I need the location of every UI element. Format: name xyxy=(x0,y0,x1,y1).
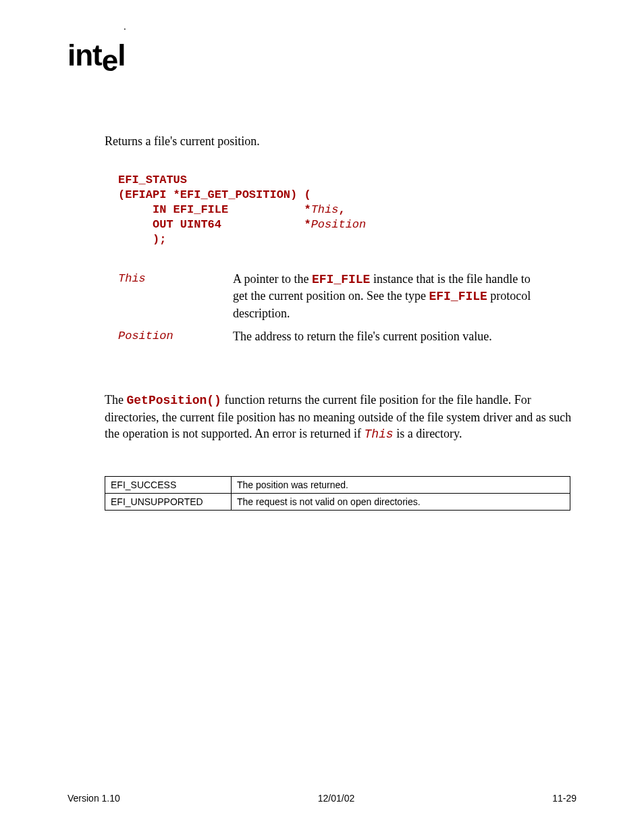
parameters-list: This A pointer to the EFI_FILE instance … xyxy=(118,271,539,344)
proto-text: (EFIAPI *EFI_GET_POSITION) ( xyxy=(118,188,311,201)
page-footer: Version 1.10 12/01/02 11-29 xyxy=(68,793,576,804)
prototype-block: EFI_STATUS (EFIAPI *EFI_GET_POSITION) ( … xyxy=(118,173,576,247)
table-row: EFI_UNSUPPORTED The request is not valid… xyxy=(105,494,570,511)
func-ref: GetPosition() xyxy=(126,394,221,407)
proto-text: * xyxy=(228,203,311,216)
text: A pointer to the xyxy=(233,272,312,286)
arg-ref: This xyxy=(364,427,393,441)
text: The address to return the file's current… xyxy=(233,330,492,343)
param-name: Position xyxy=(118,328,233,344)
proto-text: , xyxy=(338,203,345,216)
status-code: EFI_UNSUPPORTED xyxy=(105,494,232,511)
proto-text: OUT UINT64 xyxy=(118,218,221,231)
param-desc: A pointer to the EFI_FILE instance that … xyxy=(233,271,539,321)
status-codes-table: EFI_SUCCESS The position was returned. E… xyxy=(105,476,570,511)
type-ref: EFI_FILE xyxy=(312,273,370,286)
intel-logo: intel. xyxy=(68,41,576,70)
text: The xyxy=(105,393,126,407)
proto-text: ); xyxy=(118,233,166,246)
footer-version: Version 1.10 xyxy=(68,793,120,804)
description-text: The GetPosition() function returns the c… xyxy=(105,392,576,442)
summary-text: Returns a file's current position. xyxy=(105,134,539,149)
footer-date: 12/01/02 xyxy=(318,793,355,804)
proto-text: IN EFI_FILE xyxy=(118,203,228,216)
table-row: EFI_SUCCESS The position was returned. xyxy=(105,477,570,494)
status-desc: The position was returned. xyxy=(232,477,570,494)
text: is a directory. xyxy=(394,427,462,440)
proto-arg: Position xyxy=(311,218,367,231)
proto-text: * xyxy=(221,218,311,231)
param-name: This xyxy=(118,271,233,321)
footer-page: 11-29 xyxy=(552,793,576,804)
proto-arg: This xyxy=(311,203,339,216)
param-desc: The address to return the file's current… xyxy=(233,328,539,344)
param-row: Position The address to return the file'… xyxy=(118,328,539,344)
type-ref: EFI_FILE xyxy=(429,290,487,303)
status-code: EFI_SUCCESS xyxy=(105,477,232,494)
status-desc: The request is not valid on open directo… xyxy=(232,494,570,511)
param-row: This A pointer to the EFI_FILE instance … xyxy=(118,271,539,321)
proto-text: EFI_STATUS xyxy=(118,174,187,186)
